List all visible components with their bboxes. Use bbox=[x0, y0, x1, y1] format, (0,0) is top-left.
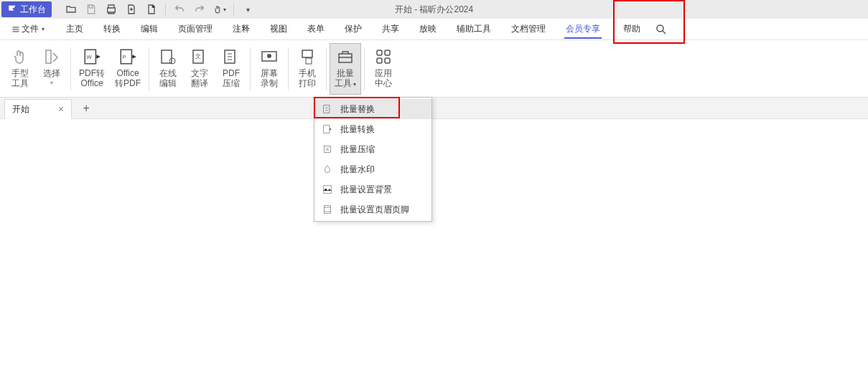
ribbon-separator bbox=[250, 47, 251, 90]
print-icon[interactable] bbox=[105, 3, 118, 16]
ribbon: 手型 工具 选择 ▾ W PDF转 Office P Office 转PDF 在… bbox=[0, 40, 868, 98]
select-icon bbox=[42, 47, 62, 67]
text-translate-button[interactable]: 文 文字 翻译 bbox=[184, 43, 215, 95]
pdf-to-office-icon: W bbox=[82, 47, 102, 67]
menu-vip[interactable]: 会员专享 bbox=[556, 19, 610, 40]
undo-icon[interactable] bbox=[173, 3, 186, 16]
menu-edit[interactable]: 编辑 bbox=[131, 19, 168, 40]
chevron-down-icon: ▾ bbox=[42, 26, 45, 32]
export-icon[interactable] bbox=[125, 3, 138, 16]
new-tab-button[interactable]: + bbox=[76, 98, 96, 118]
mobile-print-icon bbox=[297, 47, 317, 67]
svg-text:W: W bbox=[86, 54, 92, 60]
svg-text:文: 文 bbox=[195, 53, 201, 60]
svg-rect-14 bbox=[339, 54, 352, 62]
menu-doc-manage[interactable]: 文档管理 bbox=[501, 19, 556, 40]
close-icon[interactable]: × bbox=[58, 103, 64, 115]
menu-page-manage[interactable]: 页面管理 bbox=[168, 19, 223, 40]
workbench-label: 工作台 bbox=[20, 4, 46, 16]
screen-record-label-1: 屏幕 bbox=[261, 68, 278, 78]
doc-tab-start[interactable]: 开始 × bbox=[4, 99, 72, 119]
select-tool-button[interactable]: 选择 ▾ bbox=[36, 43, 67, 95]
briefcase-icon bbox=[335, 47, 355, 67]
menu-right: 帮助 bbox=[619, 19, 668, 40]
svg-rect-20 bbox=[324, 126, 330, 133]
file-menu-label: 文件 bbox=[22, 23, 39, 35]
header-footer-icon bbox=[322, 204, 333, 215]
open-icon[interactable] bbox=[65, 3, 78, 16]
file-menu[interactable]: 文件 ▾ bbox=[6, 19, 50, 39]
dd-batch-watermark[interactable]: 批量水印 bbox=[314, 159, 431, 179]
qat-separator bbox=[165, 4, 166, 15]
quick-access-toolbar: ▾ ▾ bbox=[65, 3, 254, 16]
menu-view[interactable]: 视图 bbox=[260, 19, 297, 40]
online-edit-label-1: 在线 bbox=[159, 68, 177, 78]
mobile-print-label-2: 打印 bbox=[299, 78, 316, 88]
menu-share[interactable]: 共享 bbox=[372, 19, 409, 40]
menu-present[interactable]: 放映 bbox=[409, 19, 447, 40]
online-edit-button[interactable]: 在线 编辑 bbox=[152, 43, 184, 95]
workbench-button[interactable]: 工作台 bbox=[1, 1, 52, 17]
online-edit-label-2: 编辑 bbox=[159, 78, 177, 88]
app-center-button[interactable]: 应用 中心 bbox=[368, 43, 399, 95]
batch-tools-button[interactable]: 批量 工具 ▾ bbox=[330, 43, 361, 95]
dd-batch-compress[interactable]: 批量压缩 bbox=[314, 139, 431, 159]
watermark-icon bbox=[322, 164, 333, 175]
screen-record-button[interactable]: 屏幕 录制 bbox=[253, 43, 285, 95]
search-icon[interactable] bbox=[655, 23, 668, 36]
svg-point-6 bbox=[169, 58, 175, 64]
pdf-to-office-button[interactable]: W PDF转 Office bbox=[74, 43, 110, 95]
menu-bars-icon bbox=[11, 25, 20, 34]
pdf-to-office-label-2: Office bbox=[80, 78, 103, 88]
ribbon-separator bbox=[70, 47, 71, 90]
screen-record-label-2: 录制 bbox=[261, 78, 278, 88]
mobile-print-button[interactable]: 手机 打印 bbox=[291, 43, 323, 95]
ribbon-separator bbox=[326, 47, 327, 90]
save-icon[interactable] bbox=[85, 3, 98, 16]
batch-tools-label-2: 工具 ▾ bbox=[335, 78, 356, 90]
office-to-pdf-icon: P bbox=[118, 47, 138, 67]
dd-batch-replace[interactable]: 批量替换 bbox=[314, 99, 431, 119]
background-icon bbox=[322, 184, 333, 195]
office-to-pdf-button[interactable]: P Office 转PDF bbox=[110, 43, 146, 95]
dd-batch-header-footer[interactable]: 批量设置页眉页脚 bbox=[314, 199, 431, 220]
menu-bar: 文件 ▾ 主页 转换 编辑 页面管理 注释 视图 表单 保护 共享 放映 辅助工… bbox=[0, 19, 868, 40]
menu-help[interactable]: 帮助 bbox=[619, 19, 645, 40]
menu-form[interactable]: 表单 bbox=[297, 19, 335, 40]
menu-home[interactable]: 主页 bbox=[56, 19, 93, 40]
office-to-pdf-label-2: 转PDF bbox=[115, 78, 141, 88]
menu-protect[interactable]: 保护 bbox=[335, 19, 372, 40]
text-translate-label-2: 翻译 bbox=[191, 78, 208, 88]
dd-batch-convert[interactable]: 批量转换 bbox=[314, 119, 431, 139]
app-center-icon bbox=[373, 47, 393, 67]
menu-convert[interactable]: 转换 bbox=[93, 19, 131, 40]
translate-icon: 文 bbox=[190, 47, 210, 67]
app-center-label-2: 中心 bbox=[375, 78, 392, 88]
hand-dropdown-icon[interactable]: ▾ bbox=[213, 3, 226, 16]
title-bar: 工作台 ▾ ▾ 开始 - 福昕办公2024 bbox=[0, 0, 868, 19]
batch-tools-dropdown: 批量替换 批量转换 批量压缩 批量水印 批量设置背景 批量设置页眉页脚 bbox=[314, 97, 432, 222]
hand-icon bbox=[10, 47, 30, 67]
ribbon-separator bbox=[288, 47, 289, 90]
menu-annotate[interactable]: 注释 bbox=[223, 19, 260, 40]
tab-strip: 开始 × + bbox=[0, 98, 868, 119]
menu-list: 主页 转换 编辑 页面管理 注释 视图 表单 保护 共享 放映 辅助工具 文档管… bbox=[56, 19, 610, 40]
svg-rect-5 bbox=[162, 50, 172, 63]
ribbon-separator bbox=[149, 47, 149, 90]
menu-accessibility[interactable]: 辅助工具 bbox=[447, 19, 501, 40]
dd-batch-background[interactable]: 批量设置背景 bbox=[314, 179, 431, 199]
replace-icon bbox=[322, 103, 333, 115]
svg-rect-15 bbox=[377, 50, 382, 55]
redo-icon[interactable] bbox=[193, 3, 206, 16]
hand-tool-button[interactable]: 手型 工具 bbox=[4, 43, 36, 95]
new-doc-icon[interactable] bbox=[145, 3, 158, 16]
qat-more-icon[interactable]: ▾ bbox=[241, 3, 254, 16]
svg-point-0 bbox=[657, 25, 663, 32]
svg-point-11 bbox=[267, 54, 271, 58]
svg-rect-16 bbox=[385, 50, 390, 55]
dd-label: 批量压缩 bbox=[340, 144, 375, 156]
batch-tools-label-1: 批量 bbox=[337, 68, 354, 78]
svg-rect-19 bbox=[324, 105, 330, 113]
select-label: 选择 bbox=[43, 68, 60, 78]
pdf-compress-button[interactable]: PDF 压缩 bbox=[215, 43, 247, 95]
